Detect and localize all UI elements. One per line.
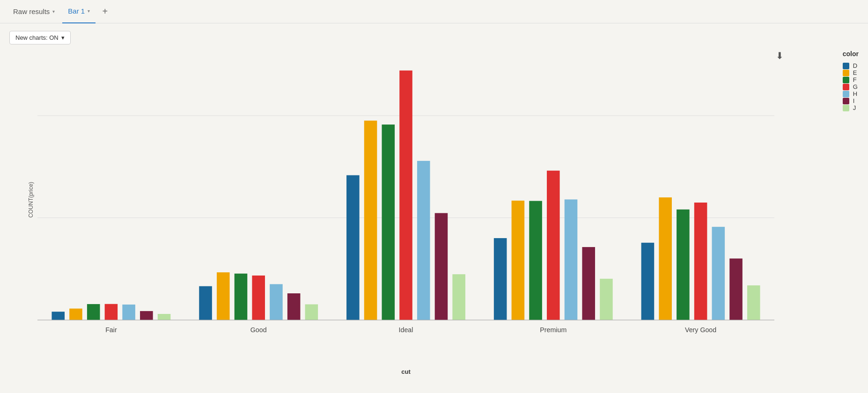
bar-fair-i bbox=[140, 311, 153, 320]
legend-label-g: G bbox=[853, 83, 858, 90]
new-charts-toggle[interactable]: New charts: ON ▾ bbox=[9, 31, 71, 44]
legend-color-g bbox=[843, 84, 849, 90]
bar-good-h bbox=[270, 284, 283, 320]
legend-color-e bbox=[843, 70, 849, 76]
tab-bar-1-label: Bar 1 bbox=[68, 7, 85, 15]
legend-item-e: E bbox=[843, 69, 859, 76]
tab-raw-results[interactable]: Raw results ▾ bbox=[7, 0, 60, 23]
svg-text:Premium: Premium bbox=[540, 326, 566, 334]
new-charts-label: New charts: ON bbox=[15, 34, 59, 41]
bar-fair-f bbox=[87, 304, 100, 320]
download-icon: ⬇ bbox=[776, 51, 784, 61]
bar-very-good-d bbox=[641, 243, 655, 320]
legend-color-h bbox=[843, 91, 849, 97]
legend-item-d: D bbox=[843, 62, 859, 69]
tab-raw-results-chevron: ▾ bbox=[52, 9, 55, 14]
chart-svg-area: 4K2K0FairGoodIdealPremiumVery Good bbox=[37, 55, 774, 349]
bar-fair-d bbox=[51, 312, 65, 320]
bar-premium-g bbox=[547, 171, 560, 320]
legend-color-d bbox=[843, 63, 849, 69]
svg-text:Very Good: Very Good bbox=[685, 326, 716, 334]
bar-ideal-h bbox=[417, 161, 430, 320]
svg-text:Good: Good bbox=[250, 326, 267, 334]
legend-label-e: E bbox=[853, 69, 857, 76]
bar-good-f bbox=[235, 274, 248, 320]
bar-ideal-d bbox=[346, 175, 360, 320]
bar-very-good-e bbox=[659, 197, 672, 320]
bar-fair-e bbox=[69, 309, 82, 320]
bar-good-d bbox=[199, 286, 212, 320]
bar-very-good-h bbox=[712, 227, 725, 320]
bar-ideal-i bbox=[435, 213, 448, 320]
bar-fair-h bbox=[122, 305, 135, 320]
legend-label-i: I bbox=[853, 97, 855, 104]
bar-very-good-i bbox=[729, 259, 743, 320]
chart-container: New charts: ON ▾ ⬇ color D E F G H I J bbox=[0, 23, 868, 393]
chart-toolbar: New charts: ON ▾ bbox=[9, 31, 859, 44]
legend: color D E F G H I J bbox=[843, 50, 859, 111]
bar-fair-g bbox=[105, 304, 118, 320]
add-tab-button[interactable]: + bbox=[97, 4, 112, 19]
legend-title: color bbox=[843, 50, 859, 58]
legend-color-f bbox=[843, 77, 849, 83]
chart-area: ⬇ color D E F G H I J COUNT(price) 4 bbox=[9, 50, 859, 378]
legend-item-g: G bbox=[843, 83, 859, 90]
tab-bar-1-chevron: ▾ bbox=[88, 8, 90, 14]
bar-very-good-j bbox=[747, 285, 760, 320]
legend-item-f: F bbox=[843, 76, 859, 83]
y-axis-label: COUNT(price) bbox=[28, 182, 34, 218]
legend-color-j bbox=[843, 105, 849, 111]
download-button[interactable]: ⬇ bbox=[776, 50, 784, 61]
bar-ideal-g bbox=[399, 71, 412, 320]
bar-very-good-g bbox=[694, 203, 707, 320]
svg-text:Fair: Fair bbox=[105, 326, 117, 334]
legend-label-d: D bbox=[853, 62, 857, 69]
bar-good-j bbox=[305, 304, 318, 320]
new-charts-chevron: ▾ bbox=[61, 34, 65, 41]
bar-good-g bbox=[252, 276, 265, 320]
bar-premium-i bbox=[582, 247, 595, 320]
bar-fair-j bbox=[158, 314, 171, 320]
bar-ideal-f bbox=[382, 124, 395, 320]
tab-bar-1[interactable]: Bar 1 ▾ bbox=[62, 0, 96, 23]
bar-good-i bbox=[287, 293, 301, 320]
bar-ideal-j bbox=[452, 274, 465, 320]
tab-bar: Raw results ▾ Bar 1 ▾ + bbox=[0, 0, 868, 23]
legend-item-i: I bbox=[843, 97, 859, 104]
x-axis-label: cut bbox=[37, 368, 774, 375]
svg-text:Ideal: Ideal bbox=[399, 326, 413, 334]
legend-color-i bbox=[843, 98, 849, 104]
tab-raw-results-label: Raw results bbox=[13, 7, 50, 15]
bar-very-good-f bbox=[677, 210, 690, 320]
legend-label-h: H bbox=[853, 90, 857, 97]
bar-ideal-e bbox=[364, 121, 377, 320]
bar-premium-e bbox=[512, 201, 525, 320]
legend-label-f: F bbox=[853, 76, 857, 83]
bar-premium-j bbox=[600, 279, 613, 320]
legend-item-j: J bbox=[843, 104, 859, 111]
bar-good-e bbox=[217, 272, 230, 320]
bar-premium-d bbox=[494, 238, 507, 320]
legend-item-h: H bbox=[843, 90, 859, 97]
legend-label-j: J bbox=[853, 104, 856, 111]
bar-premium-f bbox=[529, 201, 542, 320]
bar-premium-h bbox=[565, 199, 578, 320]
